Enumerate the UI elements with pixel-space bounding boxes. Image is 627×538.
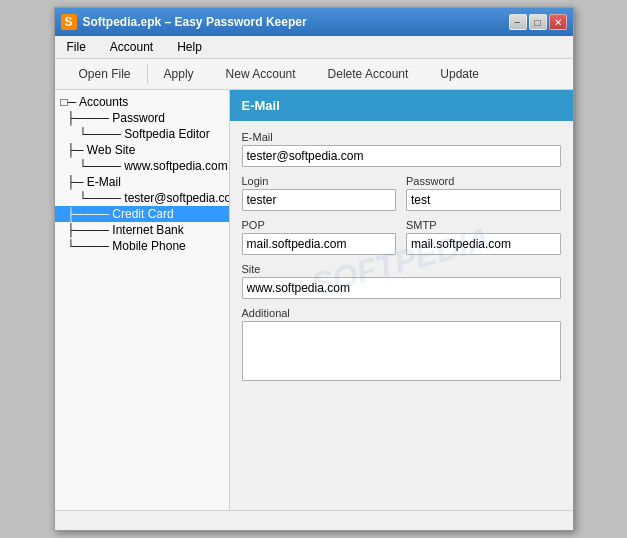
new-account-button[interactable]: New Account [210, 63, 312, 85]
tree-mobile-phone[interactable]: └──── Mobile Phone [55, 238, 229, 254]
main-content: □─ Accounts ├──── Password └──── Softped… [55, 90, 573, 510]
main-window: S Softpedia.epk – Easy Password Keeper −… [54, 7, 574, 531]
site-label: Site [242, 263, 561, 275]
additional-textarea[interactable] [242, 321, 561, 381]
login-label: Login [242, 175, 397, 187]
minimize-button[interactable]: − [509, 14, 527, 30]
login-input[interactable] [242, 189, 397, 211]
site-input[interactable] [242, 277, 561, 299]
sidebar-tree: □─ Accounts ├──── Password └──── Softped… [55, 90, 230, 510]
menu-bar: File Account Help [55, 36, 573, 59]
email-field-group: E-Mail [242, 131, 561, 167]
tree-tester-email[interactable]: └──── tester@softpedia.com [55, 190, 229, 206]
tree-web-site[interactable]: ├─ Web Site [55, 142, 229, 158]
tree-password[interactable]: ├──── Password [55, 110, 229, 126]
login-password-row: Login Password [242, 175, 561, 211]
menu-help[interactable]: Help [169, 38, 210, 56]
maximize-button[interactable]: □ [529, 14, 547, 30]
close-button[interactable]: ✕ [549, 14, 567, 30]
email-label: E-Mail [242, 131, 561, 143]
title-bar-left: S Softpedia.epk – Easy Password Keeper [61, 14, 307, 30]
email-input[interactable] [242, 145, 561, 167]
title-bar-controls: − □ ✕ [509, 14, 567, 30]
tree-credit-card[interactable]: ├──── Credit Card [55, 206, 229, 222]
title-bar: S Softpedia.epk – Easy Password Keeper −… [55, 8, 573, 36]
password-label: Password [406, 175, 561, 187]
pop-label: POP [242, 219, 397, 231]
open-file-button[interactable]: Open File [63, 63, 147, 85]
toolbar: Open File Apply New Account Delete Accou… [55, 59, 573, 90]
tree-internet-bank[interactable]: ├──── Internet Bank [55, 222, 229, 238]
apply-button[interactable]: Apply [148, 63, 210, 85]
pop-input[interactable] [242, 233, 397, 255]
detail-body: E-Mail Login Password [230, 121, 573, 402]
detail-panel: E-Mail E-Mail Login Password [230, 90, 573, 510]
menu-account[interactable]: Account [102, 38, 161, 56]
smtp-label: SMTP [406, 219, 561, 231]
additional-label: Additional [242, 307, 561, 319]
tree-www-softpedia[interactable]: └──── www.softpedia.com [55, 158, 229, 174]
smtp-input[interactable] [406, 233, 561, 255]
menu-file[interactable]: File [59, 38, 94, 56]
app-icon: S [61, 14, 77, 30]
pop-smtp-row: POP SMTP [242, 219, 561, 255]
delete-account-button[interactable]: Delete Account [312, 63, 425, 85]
detail-header: E-Mail [230, 90, 573, 121]
additional-field-group: Additional [242, 307, 561, 384]
tree-email[interactable]: ├─ E-Mail [55, 174, 229, 190]
app-icon-letter: S [64, 15, 72, 29]
password-col: Password [406, 175, 561, 211]
login-col: Login [242, 175, 397, 211]
site-field-group: Site [242, 263, 561, 299]
pop-col: POP [242, 219, 397, 255]
update-button[interactable]: Update [424, 63, 495, 85]
password-input[interactable] [406, 189, 561, 211]
tree-accounts[interactable]: □─ Accounts [55, 94, 229, 110]
window-title: Softpedia.epk – Easy Password Keeper [83, 15, 307, 29]
tree-softpedia-editor[interactable]: └──── Softpedia Editor [55, 126, 229, 142]
smtp-col: SMTP [406, 219, 561, 255]
status-bar [55, 510, 573, 530]
